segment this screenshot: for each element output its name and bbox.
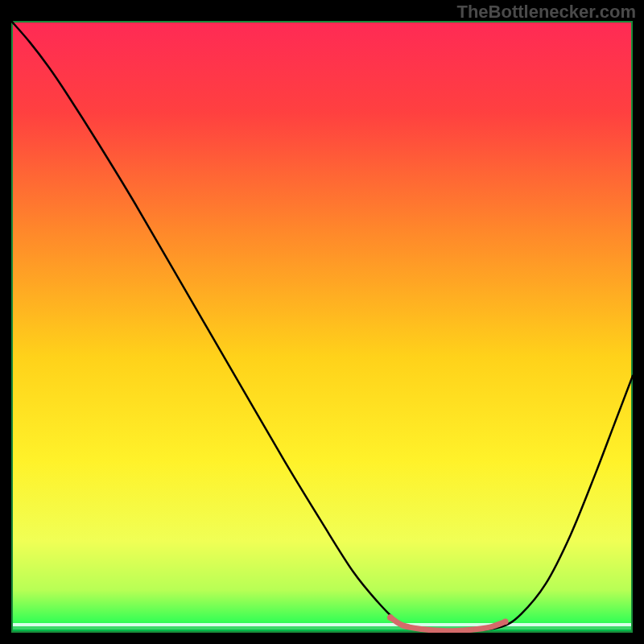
svg-rect-0 [11, 623, 633, 626]
chart-container: TheBottlenecker.com [0, 0, 644, 644]
attribution-label: TheBottlenecker.com [456, 2, 636, 23]
highlight-dot [469, 627, 473, 632]
highlight-endpoint [502, 618, 509, 625]
svg-rect-1 [11, 626, 633, 630]
highlight-dot [419, 626, 423, 631]
chart-svg [11, 21, 633, 633]
highlight-endpoint [387, 614, 394, 621]
plot-area [11, 21, 633, 633]
gradient-background [11, 21, 633, 633]
